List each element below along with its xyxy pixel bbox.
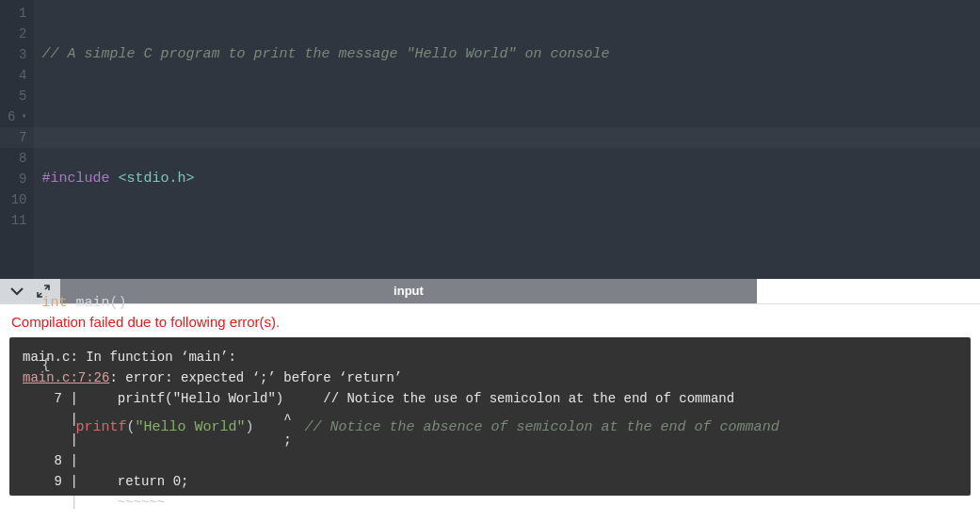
code-content[interactable]: // A simple C program to print the messa… xyxy=(34,0,779,279)
line-number: 9 xyxy=(8,169,26,189)
code-identifier: main xyxy=(75,295,109,311)
code-function: printf xyxy=(75,419,126,435)
line-gutter: 1 2 3 4 5 6 ▾ 7 8 9 10 11 xyxy=(0,0,34,279)
line-number: 10 xyxy=(8,189,26,210)
line-number: 7 xyxy=(8,127,26,148)
fold-icon[interactable]: ▾ xyxy=(15,111,26,122)
code-editor[interactable]: 1 2 3 4 5 6 ▾ 7 8 9 10 11 // A simple C … xyxy=(0,0,980,279)
line-number: 11 xyxy=(8,210,26,231)
code-string: "Hello World" xyxy=(135,419,245,435)
code-comment: // A simple C program to print the messa… xyxy=(41,46,609,62)
code-preprocessor: #include xyxy=(41,171,109,187)
line-number: 6 ▾ xyxy=(8,106,26,127)
code-comment: // Notice the absence of semicolon at th… xyxy=(305,419,779,435)
collapse-panel-icon[interactable] xyxy=(9,284,24,299)
code-include: <stdio.h> xyxy=(118,171,194,187)
line-number: 5 xyxy=(8,86,26,106)
line-number: 3 xyxy=(8,44,26,65)
line-number: 1 xyxy=(8,3,26,24)
line-number: 4 xyxy=(8,65,26,86)
code-type: int xyxy=(41,295,67,311)
line-number: 2 xyxy=(8,24,26,44)
line-number: 8 xyxy=(8,148,26,169)
